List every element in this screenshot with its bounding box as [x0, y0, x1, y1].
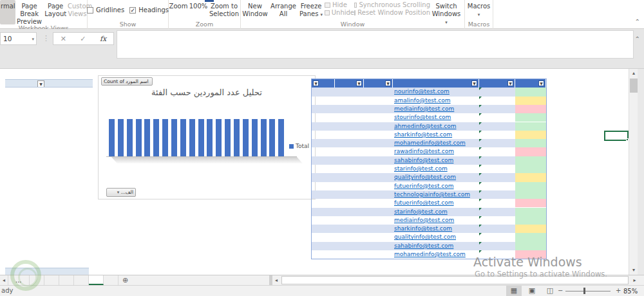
worksheet[interactable]: ▼ Count of اسم المورد تحليل عدد الموردين…: [0, 69, 638, 275]
table-cell-phone[interactable]: [479, 131, 515, 139]
chart-axis-field-button[interactable]: الف... ▾: [106, 188, 136, 197]
zoom-in-icon[interactable]: +: [616, 287, 621, 294]
table-cell-email[interactable]: mediainfo@test.com: [393, 105, 479, 113]
table-cell-phone[interactable]: [479, 165, 515, 173]
table-cell-id[interactable]: [312, 182, 335, 190]
email-link[interactable]: nourinfo@test.com: [394, 88, 450, 95]
vertical-scrollbar[interactable]: ▴ ▾: [629, 69, 638, 275]
pivot-row-value[interactable]: [45, 225, 89, 233]
pivot-row-value[interactable]: [45, 156, 89, 165]
table-cell-email[interactable]: ahmedinfo@test.com: [393, 122, 479, 131]
table-cell-status[interactable]: [515, 216, 546, 225]
email-link[interactable]: qualityinfo@test.com: [394, 174, 456, 180]
email-link[interactable]: amalinfo@test.com: [394, 97, 451, 104]
table-cell-id[interactable]: [312, 250, 335, 259]
pivot-grand-total-value[interactable]: [45, 268, 89, 275]
name-box[interactable]: 10▾: [0, 32, 37, 45]
synchronous-scrolling-button[interactable]: Synchronous Scrolling: [354, 1, 430, 9]
reset-window-position-button[interactable]: Reset Window Position: [354, 9, 430, 17]
pivot-row-value[interactable]: [45, 182, 89, 190]
email-link[interactable]: starinfo@test.com: [394, 208, 448, 215]
table-cell-name[interactable]: [335, 147, 364, 156]
table-cell-category[interactable]: [364, 131, 393, 139]
new-window-button[interactable]: New Window: [241, 0, 269, 21]
table-cell-email[interactable]: rawadinfo@test.com: [393, 147, 479, 156]
table-cell-phone[interactable]: [479, 225, 515, 233]
scroll-left-icon[interactable]: ◂: [272, 275, 281, 285]
table-cell-category[interactable]: [364, 190, 393, 199]
pivot-row-value[interactable]: [45, 105, 89, 113]
switch-windows-button[interactable]: Switch Windows ▾: [430, 0, 462, 21]
table-cell-name[interactable]: [335, 122, 364, 131]
chart-bar[interactable]: [109, 119, 115, 156]
table-cell-id[interactable]: [312, 190, 335, 199]
email-link[interactable]: mediainfo@test.com: [394, 106, 454, 112]
table-cell-category[interactable]: [364, 216, 393, 225]
zoom-slider-thumb[interactable]: [583, 288, 585, 294]
chart-bar[interactable]: [162, 119, 168, 156]
pivot-row-value[interactable]: [45, 259, 89, 267]
scroll-right-icon[interactable]: ▸: [630, 275, 639, 285]
table-cell-phone[interactable]: [479, 88, 515, 96]
table-header-K[interactable]: ▼: [312, 79, 335, 88]
filter-dropdown-icon[interactable]: ▼: [313, 80, 319, 86]
page-layout-button[interactable]: Page Layout: [43, 0, 68, 21]
table-cell-phone[interactable]: [479, 190, 515, 199]
table-cell-name[interactable]: [335, 182, 364, 190]
zoom-100-button[interactable]: 100%: [188, 0, 209, 21]
pivot-chart[interactable]: Count of اسم المورد تحليل عدد الموردين ح…: [98, 75, 316, 199]
chart-bar[interactable]: [216, 119, 222, 156]
table-cell-category[interactable]: [364, 199, 393, 207]
sheet-tab-sheet4[interactable]: [59, 275, 74, 285]
pivot-row-value[interactable]: [45, 199, 89, 207]
chart-bar[interactable]: [118, 119, 124, 156]
table-cell-category[interactable]: [364, 250, 393, 259]
normal-view-button[interactable]: rmal: [0, 0, 15, 24]
table-header-L[interactable]: ▼: [335, 79, 364, 88]
selected-cell[interactable]: [604, 131, 629, 141]
chart-bar[interactable]: [234, 119, 240, 156]
table-cell-email[interactable]: mohamedinfo@test.com: [393, 250, 479, 259]
table-cell-phone[interactable]: [479, 122, 515, 131]
pivot-row-value[interactable]: [45, 147, 89, 156]
pivot-row-value[interactable]: [45, 122, 89, 131]
table-cell-name[interactable]: [335, 131, 364, 139]
email-link[interactable]: sharkinfo@test.com: [394, 225, 452, 232]
table-cell-phone[interactable]: [479, 97, 515, 105]
table-cell-name[interactable]: [335, 165, 364, 173]
table-cell-name[interactable]: [335, 216, 364, 225]
table-cell-id[interactable]: [312, 88, 335, 96]
table-cell-status[interactable]: [515, 139, 546, 147]
zoom-button[interactable]: Zoom: [169, 0, 188, 21]
table-cell-name[interactable]: [335, 88, 364, 96]
pivot-row-labels-header[interactable]: ▼: [5, 79, 45, 88]
table-cell-category[interactable]: [364, 113, 393, 122]
chart-bar[interactable]: [180, 119, 186, 156]
table-cell-category[interactable]: [364, 173, 393, 181]
table-cell-email[interactable]: futuerinfo@test.com: [393, 182, 479, 190]
freeze-panes-button[interactable]: Freeze Panes ▾: [298, 0, 325, 21]
table-cell-category[interactable]: [364, 147, 393, 156]
table-cell-category[interactable]: [364, 122, 393, 131]
table-cell-category[interactable]: [364, 105, 393, 113]
collapse-ribbon-icon[interactable]: ⌃: [635, 18, 640, 25]
table-cell-id[interactable]: [312, 139, 335, 147]
cancel-icon[interactable]: ✕: [61, 35, 66, 43]
table-cell-name[interactable]: [335, 190, 364, 199]
arrange-all-button[interactable]: Arrange All: [269, 0, 298, 21]
table-cell-id[interactable]: [312, 105, 335, 113]
expand-formula-bar-icon[interactable]: ⌃: [635, 35, 640, 42]
table-cell-phone[interactable]: [479, 147, 515, 156]
email-link[interactable]: sahabinfo@test.com: [394, 157, 453, 163]
tab-scroll-left-icon[interactable]: ◂: [0, 275, 8, 285]
table-cell-phone[interactable]: [479, 242, 515, 250]
table-cell-status[interactable]: [515, 165, 546, 173]
email-link[interactable]: starinfo@test.com: [394, 165, 448, 172]
table-cell-id[interactable]: [312, 199, 335, 207]
table-header-N[interactable]: ▼: [393, 79, 479, 88]
filter-dropdown-icon[interactable]: ▼: [507, 80, 513, 86]
chart-bar[interactable]: [207, 119, 213, 156]
table-cell-email[interactable]: mohamedinfo@test.com: [393, 139, 479, 147]
chart-bar[interactable]: [144, 119, 150, 156]
sheet-tab-sheet8[interactable]: [89, 275, 104, 285]
